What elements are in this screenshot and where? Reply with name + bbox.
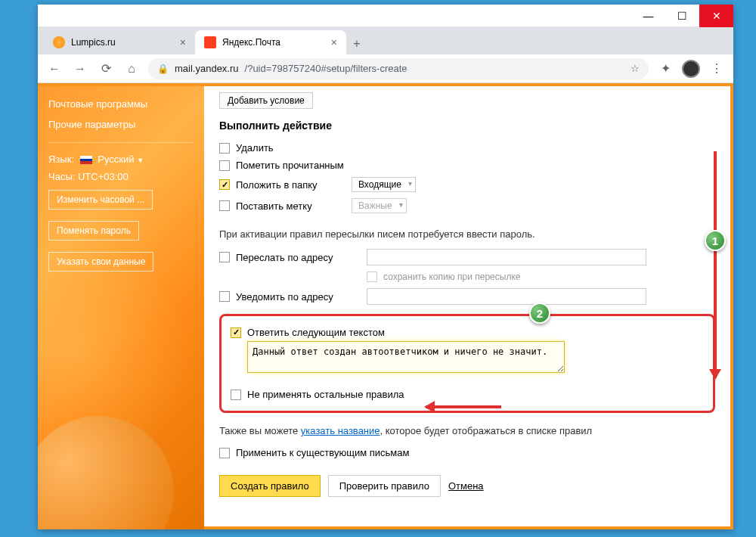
forward-button[interactable]: → <box>71 60 89 78</box>
page-content: Почтовые программы Прочие параметры Язык… <box>38 83 733 529</box>
notify-address-input[interactable] <box>367 288 646 305</box>
tab-bar: Lumpics.ru × Яндекс.Почта × + <box>38 27 733 54</box>
menu-button[interactable]: ⋮ <box>708 60 726 78</box>
sidebar-item-other-params[interactable]: Прочие параметры <box>48 114 194 135</box>
change-timezone-button[interactable]: Изменить часовой ... <box>48 190 153 210</box>
forward-address-input[interactable] <box>367 249 646 265</box>
badge-2: 2 <box>529 303 550 324</box>
address-bar: ← → ⟳ ⌂ 🔒 mail.yandex.ru/?uid=798757240#… <box>38 54 733 83</box>
main-panel: Добавить условие Выполнить действие Удал… <box>204 86 733 529</box>
save-copy-row: сохранить копию при пересылке <box>219 268 715 285</box>
checkbox-delete[interactable] <box>219 143 230 154</box>
forward-hint: При активации правил пересылки писем пот… <box>219 228 715 240</box>
maximize-button[interactable]: ☐ <box>665 5 699 27</box>
action-mark-read: Пометить прочитанным <box>219 157 715 174</box>
bookmark-icon[interactable]: ☆ <box>631 63 640 74</box>
minimize-button[interactable]: — <box>631 5 665 27</box>
create-rule-button[interactable]: Создать правило <box>219 475 321 497</box>
scroll-arrow-annotation <box>714 151 717 378</box>
back-button[interactable]: ← <box>45 60 64 78</box>
check-rule-button[interactable]: Проверить правило <box>328 475 441 497</box>
action-notify: Уведомить по адресу <box>219 285 715 308</box>
timezone-label: Часы: UTC+03:00 <box>48 168 194 185</box>
action-forward: Переслать по адресу <box>219 246 715 268</box>
browser-window: — ☐ ✕ Lumpics.ru × Яндекс.Почта × + ← → … <box>38 5 733 529</box>
close-icon[interactable]: × <box>180 36 186 48</box>
checkbox-notify[interactable] <box>219 291 230 302</box>
tab-title: Lumpics.ru <box>71 37 116 48</box>
favicon-icon <box>53 36 65 48</box>
checkbox-forward[interactable] <box>219 252 230 262</box>
checkbox-put-folder[interactable] <box>219 179 230 190</box>
home-button[interactable]: ⌂ <box>122 60 141 78</box>
action-set-label: Поставить метку Важные <box>219 195 715 216</box>
extensions-button[interactable]: ✦ <box>656 60 674 78</box>
tab-yandex-mail[interactable]: Яндекс.Почта × <box>195 30 346 54</box>
cancel-link[interactable]: Отмена <box>448 480 484 492</box>
checkbox-reply-text[interactable] <box>231 327 241 338</box>
sidebar-item-mail-programs[interactable]: Почтовые программы <box>48 94 194 114</box>
divider <box>48 142 194 143</box>
badge-1: 1 <box>705 230 726 251</box>
titlebar: — ☐ ✕ <box>38 5 733 27</box>
edit-data-button[interactable]: Указать свои данные <box>48 252 153 272</box>
url-host: mail.yandex.ru <box>175 63 239 74</box>
lock-icon: 🔒 <box>157 64 169 74</box>
flag-icon <box>80 156 92 164</box>
url-box[interactable]: 🔒 mail.yandex.ru/?uid=798757240#setup/fi… <box>148 58 649 79</box>
checkbox-set-label[interactable] <box>219 200 230 211</box>
also-text: Также вы можете указать название, которо… <box>219 425 715 436</box>
checkbox-stop-rules[interactable] <box>231 390 241 400</box>
footer-buttons: Создать правило Проверить правило Отмена <box>219 475 715 497</box>
set-name-link[interactable]: указать название <box>301 425 380 436</box>
checkbox-apply-existing[interactable] <box>219 448 230 458</box>
reply-text-input[interactable] <box>247 341 565 373</box>
action-delete: Удалить <box>219 139 715 157</box>
apply-existing: Применить к существующим письмам <box>219 444 715 461</box>
checkbox-save-copy[interactable] <box>367 272 377 282</box>
folder-select[interactable]: Входящие <box>352 177 416 192</box>
tab-lumpics[interactable]: Lumpics.ru × <box>44 30 195 54</box>
label-select[interactable]: Важные <box>352 198 407 213</box>
settings-sidebar: Почтовые программы Прочие параметры Язык… <box>38 86 204 529</box>
chevron-down-icon: ▼ <box>137 157 144 164</box>
change-password-button[interactable]: Поменять пароль <box>48 221 139 241</box>
new-tab-button[interactable]: + <box>346 33 367 54</box>
action-put-folder: Положить в папку Входящие <box>219 174 715 195</box>
action-reply-text: Ответить следующим текстом <box>231 324 704 341</box>
url-path: /?uid=798757240#setup/filters-create <box>245 63 407 74</box>
add-condition-button[interactable]: Добавить условие <box>219 92 313 109</box>
checkbox-mark-read[interactable] <box>219 160 230 171</box>
section-title-action: Выполнить действие <box>219 120 715 132</box>
tab-title: Яндекс.Почта <box>222 37 280 48</box>
action-stop-rules: Не применять остальные правила <box>231 386 704 403</box>
arrow-annotation <box>426 405 501 408</box>
close-icon[interactable]: × <box>331 36 337 48</box>
highlight-annotation: 2 Ответить следующим текстом Не применят… <box>219 314 715 413</box>
favicon-icon <box>204 36 216 48</box>
reload-button[interactable]: ⟳ <box>97 60 115 78</box>
profile-avatar[interactable] <box>682 60 700 78</box>
close-button[interactable]: ✕ <box>699 5 733 27</box>
language-selector[interactable]: Язык: Русский ▼ <box>48 151 194 168</box>
